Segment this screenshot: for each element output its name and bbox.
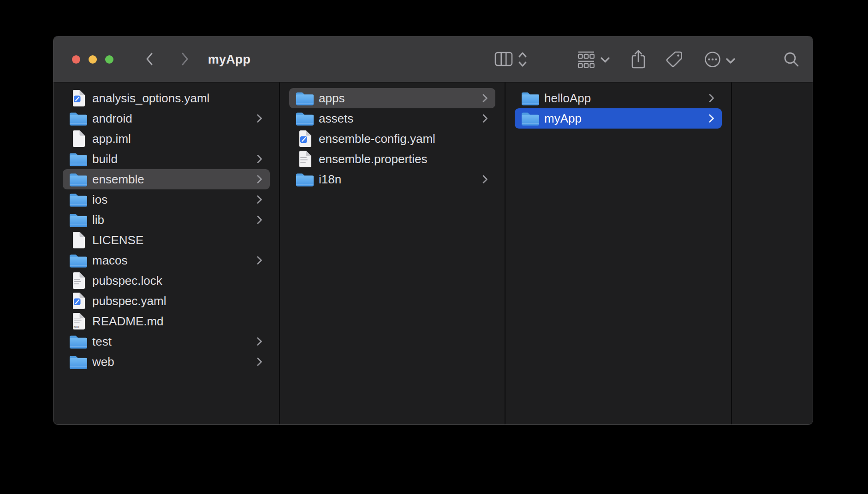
- item-label: build: [92, 152, 251, 166]
- zoom-button[interactable]: [105, 55, 113, 64]
- chevron-right-icon: [482, 113, 488, 124]
- view-updown-chevrons-icon: [517, 51, 528, 70]
- folder-row-ios[interactable]: ios: [63, 189, 270, 210]
- item-label: pubspec.yaml: [92, 294, 262, 308]
- folder-row-ensemble[interactable]: ensemble: [63, 169, 270, 189]
- more-options-chevron-icon: [725, 58, 736, 65]
- close-button[interactable]: [72, 55, 80, 64]
- column-browser: analysis_options.yamlandroidapp.imlbuild…: [54, 82, 813, 424]
- file-row-app-iml[interactable]: app.iml: [63, 129, 270, 149]
- item-label: android: [92, 112, 251, 126]
- folder-row-web[interactable]: web: [63, 352, 270, 372]
- minimize-button[interactable]: [89, 55, 97, 64]
- finder-window: myApp: [53, 36, 813, 425]
- markdown-file-icon: MD: [69, 312, 88, 330]
- text-file-icon: [69, 271, 88, 290]
- folder-icon: [69, 353, 88, 371]
- column-3: helloAppmyApp: [505, 82, 731, 424]
- folder-row-build[interactable]: build: [63, 149, 270, 169]
- columns-view-icon: [494, 52, 513, 68]
- more-options-button[interactable]: [703, 51, 722, 69]
- folder-icon: [69, 332, 88, 351]
- view-selector-button[interactable]: [517, 51, 529, 69]
- folder-row-macos[interactable]: macos: [63, 250, 270, 271]
- folder-row-android[interactable]: android: [63, 108, 270, 129]
- item-label: ensemble: [92, 172, 251, 187]
- item-label: test: [92, 335, 251, 349]
- item-label: README.md: [92, 314, 262, 329]
- forward-button[interactable]: [179, 52, 190, 67]
- folder-icon: [69, 251, 88, 270]
- folder-icon: [295, 109, 315, 128]
- chevron-right-icon: [256, 174, 262, 184]
- column-1: analysis_options.yamlandroidapp.imlbuild…: [54, 82, 279, 424]
- folder-icon: [295, 89, 315, 107]
- group-by-icon: [577, 50, 595, 70]
- chevron-right-icon: [256, 255, 262, 265]
- folder-row-assets[interactable]: assets: [289, 108, 495, 129]
- folder-icon: [69, 170, 88, 188]
- item-label: ensemble-config.yaml: [319, 132, 488, 146]
- toolbar: myApp: [54, 36, 813, 82]
- file-row-pubspec-yaml[interactable]: pubspec.yaml: [63, 291, 270, 311]
- item-label: app.iml: [92, 132, 262, 146]
- svg-text:MD: MD: [74, 325, 80, 329]
- file-row-readme-md[interactable]: MDREADME.md: [63, 311, 270, 331]
- tags-icon: [665, 50, 684, 70]
- chevron-right-icon: [256, 154, 262, 164]
- folder-row-lib[interactable]: lib: [63, 210, 270, 230]
- column-4: [732, 82, 813, 424]
- document-icon: [69, 231, 88, 249]
- more-options-icon: [704, 51, 721, 70]
- search-icon: [783, 51, 800, 69]
- tags-button[interactable]: [665, 50, 684, 70]
- file-row-analysis-options-yaml[interactable]: analysis_options.yaml: [63, 88, 270, 108]
- item-label: web: [92, 355, 251, 369]
- item-label: lib: [92, 213, 251, 227]
- item-label: ios: [92, 193, 251, 207]
- folder-icon: [69, 211, 88, 229]
- chevron-right-icon: [256, 336, 262, 347]
- folder-icon: [521, 89, 540, 107]
- item-label: ensemble.properties: [319, 152, 488, 166]
- item-label: i18n: [319, 172, 476, 187]
- window-title: myApp: [190, 36, 268, 82]
- chevron-right-icon: [708, 113, 714, 124]
- yaml-file-icon: [69, 292, 88, 310]
- yaml-file-icon: [295, 129, 315, 148]
- search-button[interactable]: [783, 51, 800, 69]
- forward-chevron-icon: [181, 52, 189, 67]
- chevron-right-icon: [256, 215, 262, 225]
- item-label: analysis_options.yaml: [92, 91, 262, 106]
- file-row-pubspec-lock[interactable]: pubspec.lock: [63, 271, 270, 291]
- file-row-ensemble-properties[interactable]: ensemble.properties: [289, 149, 495, 169]
- chevron-right-icon: [256, 194, 262, 205]
- folder-icon: [69, 150, 88, 168]
- file-row-ensemble-config-yaml[interactable]: ensemble-config.yaml: [289, 129, 495, 149]
- back-button[interactable]: [144, 52, 155, 67]
- item-label: assets: [319, 112, 476, 126]
- chevron-right-icon: [482, 174, 488, 184]
- folder-icon: [69, 109, 88, 128]
- share-icon: [630, 49, 646, 71]
- file-row-license[interactable]: LICENSE: [63, 230, 270, 250]
- folder-icon: [521, 109, 540, 128]
- document-icon: [69, 129, 88, 148]
- folder-row-apps[interactable]: apps: [289, 88, 495, 108]
- folder-row-myapp[interactable]: myApp: [515, 108, 722, 129]
- folder-row-test[interactable]: test: [63, 331, 270, 352]
- group-by-chevron-icon: [600, 57, 610, 65]
- group-by-button[interactable]: [576, 50, 596, 70]
- columns-view-button[interactable]: [493, 52, 514, 67]
- chevron-right-icon: [482, 93, 488, 103]
- item-label: apps: [319, 91, 476, 106]
- share-button[interactable]: [630, 49, 647, 71]
- item-label: myApp: [544, 112, 703, 126]
- chevron-right-icon: [708, 93, 714, 103]
- yaml-file-icon: [69, 89, 88, 107]
- folder-row-helloapp[interactable]: helloApp: [515, 88, 722, 108]
- item-label: helloApp: [544, 91, 703, 106]
- folder-row-i18n[interactable]: i18n: [289, 169, 495, 189]
- item-label: macos: [92, 253, 251, 268]
- text-file-icon: [295, 150, 315, 168]
